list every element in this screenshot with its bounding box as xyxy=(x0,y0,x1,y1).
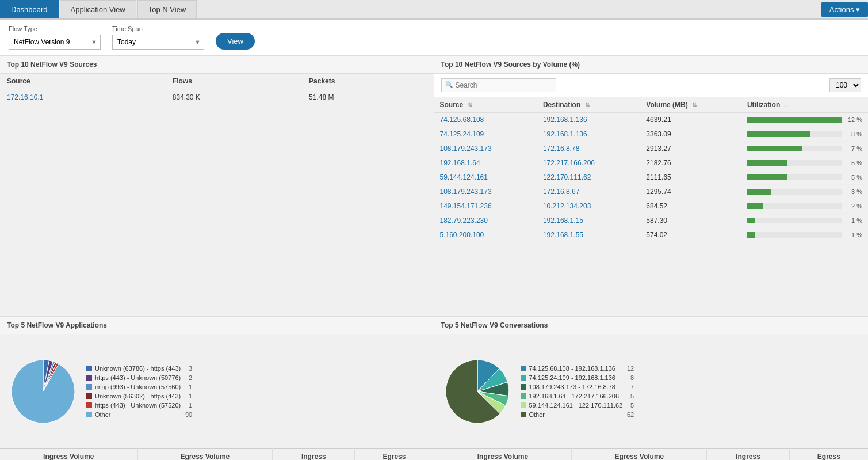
vol-util-cell: 3 % xyxy=(741,185,868,199)
vol-dest-link[interactable]: 10.212.134.203 xyxy=(543,202,591,210)
vol-source-link[interactable]: 192.168.1.64 xyxy=(440,159,480,167)
vol-util-cell: 8 % xyxy=(741,127,868,142)
vol-dest-link[interactable]: 172.217.166.206 xyxy=(543,159,595,167)
dest-sort-icon: ⇅ xyxy=(585,102,590,108)
flow-type-select[interactable]: NetFlow Version 9 xyxy=(9,35,101,50)
legend-label: 74.125.24.109 - 192.168.1.136 xyxy=(529,374,623,381)
vol-col-dest[interactable]: Destination ⇅ xyxy=(537,97,640,113)
tab-application-view[interactable]: Application View xyxy=(60,0,136,18)
time-span-label: Time Span xyxy=(112,25,204,32)
vol-source-link[interactable]: 74.125.24.109 xyxy=(440,130,484,138)
packets-cell: 51.48 M xyxy=(302,89,433,106)
legend-value: 62 xyxy=(625,411,634,418)
legend-item: Other 90 xyxy=(86,411,192,418)
table-row: 182.79.223.230 192.168.1.15 587.30 1 % xyxy=(434,214,869,228)
vol-dest-link[interactable]: 122.170.111.62 xyxy=(543,173,591,181)
legend-label: 74.125.68.108 - 192.168.1.136 xyxy=(529,365,623,372)
flows-cell: 834.30 K xyxy=(166,89,302,106)
table-row: 74.125.68.108 192.168.1.136 4639.21 12 % xyxy=(434,113,869,127)
vol-col-source[interactable]: Source ⇅ xyxy=(434,97,537,113)
legend-value: 2 xyxy=(183,374,192,381)
apps-title: Top 5 NetFlow V9 Applications xyxy=(0,317,434,334)
col-packets: Packets xyxy=(302,74,433,89)
convs-pie-chart xyxy=(440,354,515,429)
footer-ingress-vol-right: Ingress Volume xyxy=(434,449,572,461)
vol-volume-cell: 587.30 xyxy=(640,214,741,228)
tab-dashboard[interactable]: Dashboard xyxy=(0,0,59,18)
vol-volume-cell: 574.02 xyxy=(640,228,741,242)
apps-section: Top 5 NetFlow V9 Applications Unknown (6… xyxy=(0,316,434,448)
vol-source-link[interactable]: 108.179.243.173 xyxy=(440,145,492,153)
tab-top-n-view[interactable]: Top N View xyxy=(137,0,197,18)
col-flows: Flows xyxy=(166,74,302,89)
vol-dest-link[interactable]: 172.16.8.78 xyxy=(543,145,579,153)
legend-label: 59.144.124.161 - 122.170.111.62 xyxy=(529,402,623,409)
vol-dest-link[interactable]: 192.168.1.15 xyxy=(543,216,583,225)
flow-type-label: Flow Type xyxy=(9,25,101,32)
search-wrapper: 🔍 xyxy=(441,78,556,92)
legend-item: imap (993) - Unknown (57560) 1 xyxy=(86,383,192,390)
vol-dest-link[interactable]: 192.168.1.136 xyxy=(543,116,587,124)
legend-item: Unknown (56302) - https (443) 1 xyxy=(86,393,192,400)
footer-ingress-right: Ingress xyxy=(707,449,789,461)
right-panel: Top 10 NetFlow V9 Sources by Volume (%) … xyxy=(434,56,869,460)
legend-value: 5 xyxy=(625,393,634,400)
table-row: 5.160.200.100 192.168.1.55 574.02 1 % xyxy=(434,228,869,242)
vol-source-link[interactable]: 149.154.171.236 xyxy=(440,202,492,210)
vol-source-link[interactable]: 59.144.124.161 xyxy=(440,173,488,181)
convs-title: Top 5 NetFlow V9 Conversations xyxy=(434,317,869,334)
legend-label: imap (993) - Unknown (57560) xyxy=(95,383,181,390)
vol-col-volume[interactable]: Volume (MB) ⇅ xyxy=(640,97,741,113)
vol-dest-link[interactable]: 192.168.1.55 xyxy=(543,231,583,239)
legend-item: 192.168.1.64 - 172.217.166.206 5 xyxy=(521,393,634,400)
vol-source-link[interactable]: 108.179.243.173 xyxy=(440,188,492,196)
legend-color-swatch xyxy=(86,384,92,390)
legend-value: 5 xyxy=(625,402,634,409)
col-source: Source xyxy=(0,74,166,89)
vol-source-link[interactable]: 74.125.68.108 xyxy=(440,116,484,124)
volume-table: Source ⇅ Destination ⇅ Volume (MB) ⇅ Uti… xyxy=(434,97,869,242)
vol-util-cell: 1 % xyxy=(741,228,868,242)
top-sources-section: Top 10 NetFlow V9 Sources Source Flows P… xyxy=(0,56,434,316)
page-size-select[interactable]: 100 xyxy=(829,78,861,92)
legend-label: Other xyxy=(529,411,623,418)
time-span-select[interactable]: Today xyxy=(112,35,204,50)
vol-volume-cell: 2111.65 xyxy=(640,170,741,185)
legend-item: Other 62 xyxy=(521,411,634,418)
legend-color-swatch xyxy=(521,366,526,371)
search-icon: 🔍 xyxy=(445,81,453,89)
footer-left: Ingress Volume Egress Volume Ingress Egr… xyxy=(0,448,434,460)
actions-button[interactable]: Actions ▾ xyxy=(821,2,868,17)
legend-color-swatch xyxy=(86,366,92,371)
apps-legend: Unknown (63786) - https (443) 3 https (4… xyxy=(86,365,192,418)
volume-section: Top 10 NetFlow V9 Sources by Volume (%) … xyxy=(434,56,869,316)
legend-label: https (443) - Unknown (57520) xyxy=(95,402,181,409)
legend-color-swatch xyxy=(86,393,92,399)
main-content: Top 10 NetFlow V9 Sources Source Flows P… xyxy=(0,56,868,460)
vol-source-link[interactable]: 5.160.200.100 xyxy=(440,231,484,239)
footer-right: Ingress Volume Egress Volume Ingress Egr… xyxy=(434,448,869,460)
view-button[interactable]: View xyxy=(216,33,255,50)
vol-col-util[interactable]: Utilization ↓ xyxy=(741,97,868,113)
legend-item: https (443) - Unknown (50776) 2 xyxy=(86,374,192,381)
vol-dest-link[interactable]: 192.168.1.136 xyxy=(543,130,587,138)
vol-util-cell: 1 % xyxy=(741,214,868,228)
table-row: 149.154.171.236 10.212.134.203 684.52 2 … xyxy=(434,199,869,214)
vol-util-cell: 5 % xyxy=(741,170,868,185)
legend-label: Other xyxy=(95,411,181,418)
table-row: 59.144.124.161 122.170.111.62 2111.65 5 … xyxy=(434,170,869,185)
legend-item: 74.125.24.109 - 192.168.1.136 8 xyxy=(521,374,634,381)
source-link[interactable]: 172.16.10.1 xyxy=(7,93,43,101)
vol-volume-cell: 2182.76 xyxy=(640,156,741,170)
table-row: 192.168.1.64 172.217.166.206 2182.76 5 % xyxy=(434,156,869,170)
vol-volume-cell: 2913.27 xyxy=(640,142,741,156)
legend-value: 1 xyxy=(183,383,192,390)
convs-chart-container: 74.125.68.108 - 192.168.1.136 12 74.125.… xyxy=(434,334,869,448)
search-input[interactable] xyxy=(441,78,556,92)
source-sort-icon: ⇅ xyxy=(468,102,472,108)
legend-color-swatch xyxy=(521,375,526,381)
vol-source-link[interactable]: 182.79.223.230 xyxy=(440,216,488,225)
legend-item: 59.144.124.161 - 122.170.111.62 5 xyxy=(521,402,634,409)
vol-util-cell: 2 % xyxy=(741,199,868,214)
vol-dest-link[interactable]: 172.16.8.67 xyxy=(543,188,579,196)
